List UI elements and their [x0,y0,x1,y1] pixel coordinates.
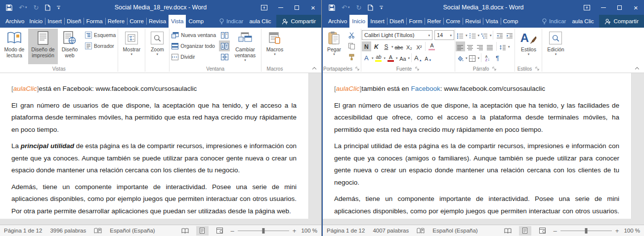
tab-diseno[interactable]: Diseñ [64,15,84,28]
subscript-button[interactable]: X₂ [404,41,414,51]
status-read-mode-button[interactable] [179,226,191,236]
proofing-status-button[interactable] [94,228,102,234]
zoom-slider[interactable] [238,231,289,231]
numbering-caret-icon[interactable]: ▾ [477,34,479,37]
synchronous-scrolling-button[interactable] [219,40,230,51]
customize-qat-button[interactable]: ▾ [380,6,383,9]
cut-button[interactable] [346,30,357,40]
change-case-button[interactable]: Aa [398,53,407,63]
zoom-slider[interactable] [560,231,612,231]
text-effects-caret-icon[interactable]: ▾ [372,56,374,60]
shading-button[interactable] [456,53,465,63]
vertical-scrollbar[interactable] [308,73,321,219]
paste-button[interactable]: Pegar ▾ [323,29,345,64]
arrange-all-button[interactable]: Organizar todo [170,40,217,51]
tab-vista[interactable]: Vista [483,15,500,28]
superscript-button[interactable]: X² [414,41,424,51]
increase-indent-button[interactable] [505,30,514,40]
line-spacing-caret-icon[interactable]: ▾ [508,45,510,48]
redo-button[interactable]: ↻ [356,4,361,11]
word-count[interactable]: 4007 palabras [373,228,409,234]
share-button[interactable]: Compartir [599,15,644,28]
styles-button[interactable]: A Estilos ▾ [515,29,541,64]
estilos-dialog-launcher[interactable] [534,66,540,72]
bold-button[interactable]: N [362,41,371,51]
zoom-out-button[interactable]: – [231,227,234,235]
bullets-button[interactable] [456,30,465,40]
new-window-button[interactable]: Nueva ventana [170,30,217,40]
shrink-font-button[interactable]: A▼ [424,53,433,63]
word-count[interactable]: 3996 palabras [50,228,86,234]
line-spacing-button[interactable] [498,41,508,51]
status-web-layout-button[interactable] [536,226,549,236]
fuente-dialog-launcher[interactable] [414,66,420,72]
page-indicator[interactable]: Página 1 de 12 [327,228,365,234]
web-layout-button[interactable]: Diseño web [58,29,82,64]
align-center-button[interactable] [466,41,475,51]
italic-button[interactable]: K [372,41,381,51]
status-web-layout-button[interactable] [214,226,226,236]
strikethrough-button[interactable]: abc [393,41,404,51]
underline-caret-icon[interactable]: ▾ [391,45,393,48]
minimize-button[interactable] [595,0,611,15]
tab-inicio[interactable]: Inicio [349,15,368,28]
tab-formato[interactable]: Form [406,15,425,28]
ribbon-display-options-button[interactable] [256,0,272,15]
format-painter-button[interactable] [346,51,357,62]
copy-button[interactable] [346,40,357,51]
editing-button[interactable]: Edición ▾ [543,29,568,64]
zoom-percentage[interactable]: 100 % [301,228,317,234]
status-read-mode-button[interactable] [502,226,514,236]
new-document-button[interactable] [45,4,50,11]
tab-referencias[interactable]: Refer [425,15,443,28]
ribbon-display-options-button[interactable] [579,0,595,15]
close-button[interactable]: × [305,0,321,15]
customize-qat-button[interactable]: ▾ [57,6,60,9]
tab-complementos[interactable]: Comp [186,15,206,28]
tab-inicio[interactable]: Inicio [27,15,45,28]
tab-vista[interactable]: Vista [169,15,186,28]
minimize-button[interactable] [272,0,289,15]
tab-insertar[interactable]: Insert [45,15,64,28]
account-name[interactable]: aula Clic [248,15,272,28]
tab-referencias[interactable]: Refere [105,15,128,28]
document-page[interactable]: [aulaClic]está en Facebook: www.facebook… [0,73,308,219]
tab-formato[interactable]: Forma [84,15,105,28]
draft-view-button[interactable]: Borrador [84,40,117,51]
font-color-caret-icon[interactable]: ▾ [396,56,398,60]
bullets-caret-icon[interactable]: ▾ [466,34,468,37]
maximize-button[interactable] [611,0,628,15]
text-effects-button[interactable]: A [362,53,371,63]
highlight-caret-icon[interactable]: ▾ [384,56,386,60]
tell-me-button[interactable]: Indicar [541,15,567,28]
borders-caret-icon[interactable]: ▾ [477,56,479,60]
language-indicator[interactable]: Español (España) [432,228,477,234]
clear-formatting-button[interactable]: A [427,41,436,51]
macros-button[interactable]: Macros ▾ [262,29,288,64]
highlight-color-button[interactable]: ab [374,53,383,63]
zoom-in-button[interactable]: + [293,227,297,235]
numbering-button[interactable] [468,30,477,40]
zoom-out-button[interactable]: – [554,227,557,235]
font-size-combobox[interactable]: 14▾ [434,30,454,40]
status-print-layout-button[interactable] [519,226,531,236]
tab-correspondencia[interactable]: Corre [443,15,463,28]
account-name[interactable]: aula Clic [571,15,595,28]
document-page[interactable]: [aulaClic]también está en Facebook: www.… [323,73,631,219]
undo-button[interactable]: ↶▾ [342,4,349,11]
outline-view-button[interactable]: Esquema [84,30,117,40]
tab-revisar[interactable]: Revisa [146,15,169,28]
zoom-percentage[interactable]: 100 % [624,228,640,234]
vertical-scrollbar[interactable] [631,73,644,219]
view-side-by-side-button[interactable] [219,30,230,40]
align-right-button[interactable] [475,41,485,51]
horizontal-scroll-strip[interactable] [0,219,321,225]
split-button[interactable]: Dividir [170,51,217,62]
tab-archivo[interactable]: Archivo [3,15,27,28]
zoom-slider-thumb[interactable] [585,228,587,234]
multilevel-caret-icon[interactable]: ▾ [490,34,492,37]
language-indicator[interactable]: Español (España) [110,228,155,234]
tell-me-button[interactable]: Indicar [218,15,245,28]
collapse-ribbon-button[interactable] [635,66,639,70]
sort-button[interactable]: AZ↓ [483,53,492,63]
